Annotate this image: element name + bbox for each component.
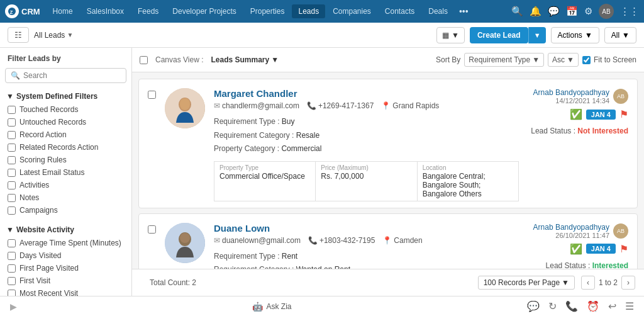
most-recent-visit-checkbox[interactable] bbox=[8, 290, 16, 296]
lead-email-1: ✉ chandlerm@gmail.com bbox=[214, 101, 299, 110]
lead-name-1[interactable]: Margaret Chandler bbox=[214, 88, 519, 99]
scoring-rules-checkbox[interactable] bbox=[8, 156, 16, 164]
dropdown-arrow-icon: ▼ bbox=[67, 31, 73, 38]
user-avatar[interactable]: AB bbox=[599, 4, 614, 19]
pagination-prev-button[interactable]: ‹ bbox=[581, 276, 595, 290]
touched-records-checkbox[interactable] bbox=[8, 106, 16, 114]
assignee-name-1[interactable]: Arnab Bandyopadhyay bbox=[533, 88, 609, 97]
sort-field-arrow-icon: ▼ bbox=[532, 55, 540, 64]
zia-button[interactable]: 🤖 Ask Zia bbox=[252, 302, 291, 312]
campaigns-checkbox[interactable] bbox=[8, 206, 16, 215]
untouched-records-checkbox[interactable] bbox=[8, 118, 16, 127]
lead-select-checkbox-2[interactable] bbox=[148, 225, 156, 234]
email-icon-1: ✉ bbox=[214, 101, 220, 110]
filter-button[interactable]: ☷ bbox=[8, 27, 29, 43]
filter-related-records-action[interactable]: Related Records Action bbox=[5, 141, 126, 154]
fit-to-screen-checkbox[interactable] bbox=[582, 56, 591, 64]
notes-checkbox[interactable] bbox=[8, 194, 16, 202]
nav-feeds[interactable]: Feeds bbox=[131, 4, 165, 18]
canvas-view-select[interactable]: Leads Summary ▼ bbox=[211, 55, 279, 64]
pagination-next-button[interactable]: › bbox=[621, 276, 635, 290]
search-icon: 🔍 bbox=[11, 71, 20, 80]
footer-clock-icon[interactable]: ⏰ bbox=[587, 300, 599, 312]
grid-icon[interactable]: ⋮⋮ bbox=[620, 6, 639, 17]
filter-avg-time-spent[interactable]: Average Time Spent (Minutes) bbox=[5, 237, 126, 249]
filter-latest-email-status[interactable]: Latest Email Status bbox=[5, 166, 126, 179]
sort-order-arrow-icon: ▼ bbox=[567, 55, 574, 64]
leads-filter-dropdown[interactable]: All Leads ▼ bbox=[34, 31, 73, 40]
prop-cat-value-1: Commercial bbox=[281, 144, 321, 153]
create-lead-split-button[interactable]: ▼ bbox=[528, 27, 546, 43]
filter-notes[interactable]: Notes bbox=[5, 191, 126, 204]
nav-companies[interactable]: Companies bbox=[326, 4, 377, 18]
filter-record-action[interactable]: Record Action bbox=[5, 128, 126, 141]
footer-refresh-icon[interactable]: ↻ bbox=[548, 300, 557, 312]
filter-touched-records[interactable]: Touched Records bbox=[5, 103, 126, 116]
filter-scoring-rules[interactable]: Scoring Rules bbox=[5, 154, 126, 166]
avg-time-spent-checkbox[interactable] bbox=[8, 239, 16, 247]
records-per-page-select[interactable]: 100 Records Per Page ▼ bbox=[478, 276, 575, 290]
location-value-1: Grand Rapids bbox=[392, 101, 439, 110]
view-toggle-button[interactable]: ▦ ▼ bbox=[436, 27, 465, 43]
chat-icon[interactable]: 💬 bbox=[548, 6, 560, 17]
nav-leads[interactable]: Leads bbox=[292, 4, 325, 18]
lead-name-2[interactable]: Duane Lown bbox=[214, 223, 519, 234]
bell-icon[interactable]: 🔔 bbox=[530, 6, 541, 17]
all-button[interactable]: All ▼ bbox=[604, 27, 636, 43]
select-all-checkbox[interactable] bbox=[140, 56, 148, 64]
website-activity-title[interactable]: ▼ Website Activity bbox=[5, 223, 126, 237]
system-filters-section: ▼ System Defined Filters Touched Records… bbox=[5, 89, 126, 217]
lead-location-2: 📍 Camden bbox=[382, 236, 422, 245]
system-filters-title[interactable]: ▼ System Defined Filters bbox=[5, 89, 126, 103]
filter-most-recent-visit[interactable]: Most Recent Visit bbox=[5, 287, 126, 296]
sort-order-select[interactable]: Asc ▼ bbox=[548, 53, 579, 67]
nav-home[interactable]: Home bbox=[47, 4, 79, 18]
filter-campaigns[interactable]: Campaigns bbox=[5, 204, 126, 217]
footer-chat-icon[interactable]: 💬 bbox=[527, 300, 540, 312]
nav-properties[interactable]: Properties bbox=[244, 4, 291, 18]
crm-logo[interactable]: Z CRM bbox=[5, 4, 40, 18]
search-input[interactable] bbox=[23, 71, 121, 80]
fit-to-screen[interactable]: Fit to Screen bbox=[582, 55, 636, 64]
lead-badge-1: JAN 4 bbox=[586, 110, 616, 120]
record-action-checkbox[interactable] bbox=[8, 131, 16, 139]
footer-menu-icon[interactable]: ☰ bbox=[625, 300, 634, 312]
related-records-action-checkbox[interactable] bbox=[8, 144, 16, 152]
assignee-name-2[interactable]: Arnab Bandyopadhyay bbox=[533, 223, 609, 232]
nav-deals[interactable]: Deals bbox=[422, 4, 454, 18]
top-navigation: Z CRM Home SalesInbox Feeds Developer Pr… bbox=[0, 0, 644, 23]
website-activity-section: ▼ Website Activity Average Time Spent (M… bbox=[5, 223, 126, 296]
nav-developer-projects[interactable]: Developer Projects bbox=[166, 4, 242, 18]
calendar-icon[interactable]: 📅 bbox=[566, 6, 578, 17]
search-icon[interactable]: 🔍 bbox=[511, 6, 523, 17]
lead-select-checkbox-1[interactable] bbox=[148, 91, 156, 99]
badge-flag-icon-2: ⚑ bbox=[619, 243, 628, 255]
footer-undo-icon[interactable]: ↩ bbox=[608, 300, 616, 312]
nav-salesinbox[interactable]: SalesInbox bbox=[80, 4, 130, 18]
filter-untouched-records[interactable]: Untouched Records bbox=[5, 116, 126, 128]
nav-contacts[interactable]: Contacts bbox=[379, 4, 421, 18]
nav-more[interactable]: ••• bbox=[455, 4, 472, 19]
activities-checkbox[interactable] bbox=[8, 181, 16, 189]
assignee-info-1: Arnab Bandyopadhyay 14/12/2021 14:34 bbox=[533, 88, 609, 104]
filter-activities[interactable]: Activities bbox=[5, 179, 126, 191]
related-records-action-label: Related Records Action bbox=[19, 143, 98, 152]
actions-button[interactable]: Actions ▼ bbox=[551, 27, 599, 43]
filter-first-page-visited[interactable]: First Page Visited bbox=[5, 262, 126, 274]
days-visited-checkbox[interactable] bbox=[8, 252, 16, 260]
search-box[interactable]: 🔍 bbox=[5, 68, 126, 83]
sort-field-label: Requirement Type bbox=[469, 55, 530, 64]
bottom-footer: ▶ 🤖 Ask Zia 💬 ↻ 📞 ⏰ ↩ ☰ bbox=[0, 296, 644, 316]
footer-phone-icon[interactable]: 📞 bbox=[565, 300, 578, 312]
lead-right-2: Arnab Bandyopadhyay 26/10/2021 11:47 AB … bbox=[528, 223, 628, 269]
prop-type-value-1: Commercial Office/Space bbox=[219, 172, 310, 181]
filter-first-visit[interactable]: First Visit bbox=[5, 274, 126, 287]
filter-days-visited[interactable]: Days Visited bbox=[5, 249, 126, 262]
create-lead-button[interactable]: Create Lead bbox=[470, 27, 528, 43]
first-page-visited-checkbox[interactable] bbox=[8, 264, 16, 273]
latest-email-status-checkbox[interactable] bbox=[8, 169, 16, 177]
settings-icon[interactable]: ⚙ bbox=[584, 6, 592, 17]
first-visit-checkbox[interactable] bbox=[8, 277, 16, 285]
sort-field-select[interactable]: Requirement Type ▼ bbox=[464, 53, 544, 67]
touched-records-label: Touched Records bbox=[19, 105, 78, 114]
